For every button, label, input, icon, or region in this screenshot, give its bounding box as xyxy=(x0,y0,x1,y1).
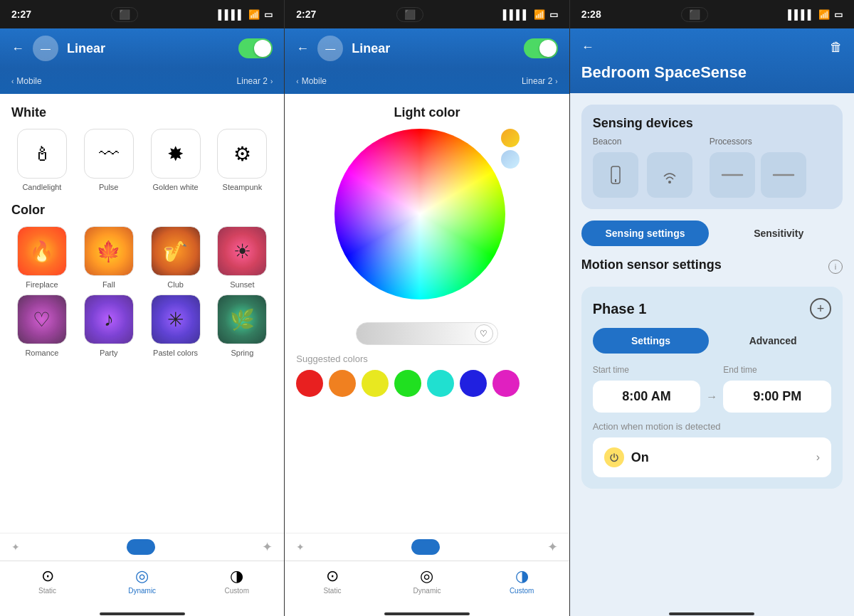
top-nav-2: ← — Linear xyxy=(285,28,569,68)
tab-custom-label-1: Custom xyxy=(225,587,249,595)
brightness-low-icon-1: ✦ xyxy=(11,541,20,553)
light-item-pulse[interactable]: 〰 Pulse xyxy=(78,129,139,191)
light-item-steampunk[interactable]: ⚙ Steampunk xyxy=(211,129,273,191)
end-time-box[interactable]: 9:00 PM xyxy=(723,381,831,413)
back-button-3[interactable]: ← xyxy=(581,40,594,55)
swatch-cyan[interactable] xyxy=(427,370,454,397)
action-left: On xyxy=(604,447,649,467)
light-item-pastel[interactable]: ✳ Pastel colors xyxy=(145,294,206,357)
processors-label: Processors xyxy=(710,137,806,147)
settings-tab[interactable]: Settings xyxy=(593,328,710,354)
brightness-slider[interactable]: ♡ xyxy=(356,322,498,345)
light-item-fall[interactable]: 🍁 Fall xyxy=(78,226,139,289)
processor-box-2[interactable] xyxy=(761,152,806,198)
toggle-switch-1[interactable] xyxy=(238,38,273,58)
light-item-romance[interactable]: ♡ Romance xyxy=(11,294,73,357)
delete-icon[interactable]: 🗑 xyxy=(830,40,843,55)
tab-dynamic-1[interactable]: ◎ Dynamic xyxy=(95,567,189,595)
sensing-tabs: Sensing settings Sensitivity xyxy=(581,221,843,246)
swatch-green[interactable] xyxy=(394,370,421,397)
fireplace-label: Fireplace xyxy=(26,280,58,289)
tab-custom-2[interactable]: ◑ Custom xyxy=(475,567,569,595)
swatch-yellow[interactable] xyxy=(362,370,389,397)
color-picker-content: Light color ♡ Suggested colors xyxy=(285,94,569,533)
back-button-2[interactable]: ← xyxy=(296,41,309,56)
action-value: On xyxy=(631,450,649,465)
phase-add-button[interactable]: + xyxy=(810,298,831,319)
home-bar-1 xyxy=(0,612,284,616)
brightness-row-1: ✦ ✦ xyxy=(0,533,284,561)
tab-dynamic-label-2: Dynamic xyxy=(413,587,441,595)
tab-static-icon-1: ⊙ xyxy=(41,567,54,585)
light-item-club[interactable]: 🎷 Club xyxy=(145,226,206,289)
fireplace-icon: 🔥 xyxy=(17,226,67,276)
spring-label: Spring xyxy=(231,349,254,357)
swatch-magenta[interactable] xyxy=(492,370,520,397)
color-wheel[interactable] xyxy=(334,129,505,299)
steampunk-label: Steampunk xyxy=(223,183,263,191)
battery-icon-2: ▭ xyxy=(549,9,558,20)
tab-dynamic-2[interactable]: ◎ Dynamic xyxy=(379,567,474,595)
nav-left-2: ← — Linear xyxy=(296,36,390,61)
light-item-sunset[interactable]: ☀ Sunset xyxy=(211,226,273,289)
light-item-golden[interactable]: ✸ Golden white xyxy=(145,129,206,191)
device-icon-1: — xyxy=(33,36,58,61)
back-button-1[interactable]: ← xyxy=(11,41,24,56)
wifi-icon-box[interactable] xyxy=(647,152,692,198)
breadcrumb-left-1[interactable]: ‹ Mobile xyxy=(11,76,42,86)
brightness-toggle-2[interactable] xyxy=(411,539,440,555)
tab-static-icon-2: ⊙ xyxy=(326,567,339,585)
tab-static-2[interactable]: ⊙ Static xyxy=(285,567,379,595)
processor-box-1[interactable] xyxy=(710,152,755,198)
action-chevron-icon: › xyxy=(816,451,820,464)
breadcrumb-left-2[interactable]: ‹ Mobile xyxy=(296,76,327,86)
beacon-icon-box[interactable] xyxy=(593,152,638,198)
tab-dynamic-icon-1: ◎ xyxy=(135,567,149,585)
toggle-switch-2[interactable] xyxy=(524,38,558,58)
party-icon: ♪ xyxy=(84,294,134,344)
light-list-1: White 🕯 Candlelight 〰 Pulse ✸ Golden whi… xyxy=(0,94,284,533)
tab-dynamic-icon-2: ◎ xyxy=(420,567,433,585)
light-item-candlelight[interactable]: 🕯 Candlelight xyxy=(11,129,73,191)
start-time-box[interactable]: 8:00 AM xyxy=(593,381,701,413)
sensitivity-tab[interactable]: Sensitivity xyxy=(715,221,843,246)
time-1: 2:27 xyxy=(11,9,31,20)
light-item-party[interactable]: ♪ Party xyxy=(78,294,139,357)
tab-static-1[interactable]: ⊙ Static xyxy=(0,567,95,595)
tab-static-label-2: Static xyxy=(323,587,341,595)
tab-custom-1[interactable]: ◑ Custom xyxy=(189,567,284,595)
svg-point-2 xyxy=(668,181,671,184)
home-bar-line-1 xyxy=(100,612,185,615)
info-icon[interactable]: i xyxy=(828,260,843,274)
chevron-right-icon-bc-1: › xyxy=(270,78,273,85)
sensing-settings-tab[interactable]: Sensing settings xyxy=(581,221,710,246)
action-label: Action when motion is detected xyxy=(593,421,831,432)
brightness-thumb: ♡ xyxy=(475,324,493,343)
swatch-orange[interactable] xyxy=(329,370,356,397)
action-row[interactable]: On › xyxy=(593,437,831,477)
brightness-toggle-1[interactable] xyxy=(127,539,155,555)
swatch-red[interactable] xyxy=(296,370,323,397)
tab-dynamic-label-1: Dynamic xyxy=(128,587,156,595)
breadcrumb-right-2[interactable]: Linear 2 › xyxy=(522,76,558,86)
light-item-fireplace[interactable]: 🔥 Fireplace xyxy=(11,226,73,289)
swatch-blue[interactable] xyxy=(460,370,487,397)
color-grid: 🔥 Fireplace 🍁 Fall 🎷 Club ☀ Sunset ♡ Rom… xyxy=(11,226,273,357)
section-title-color: Color xyxy=(11,203,273,218)
brightness-low-icon-2: ✦ xyxy=(296,541,305,553)
nav-right-1 xyxy=(238,38,273,58)
fall-label: Fall xyxy=(102,280,115,289)
phase-header: Phase 1 + xyxy=(593,298,831,319)
section-title-white: White xyxy=(11,105,273,120)
power-svg-icon xyxy=(609,452,619,462)
candlelight-label: Candlelight xyxy=(22,183,61,191)
status-pill-3: ⬛ xyxy=(681,7,708,22)
breadcrumb-right-1[interactable]: Linear 2 › xyxy=(237,76,273,86)
advanced-tab[interactable]: Advanced xyxy=(715,328,831,354)
romance-label: Romance xyxy=(25,349,58,357)
time-labels-row: Start time End time xyxy=(593,365,831,375)
nav-title-2: Linear xyxy=(352,41,390,56)
app-icon-3: ⬛ xyxy=(689,9,700,20)
color-preview-container xyxy=(501,129,520,169)
light-item-spring[interactable]: 🌿 Spring xyxy=(211,294,273,357)
